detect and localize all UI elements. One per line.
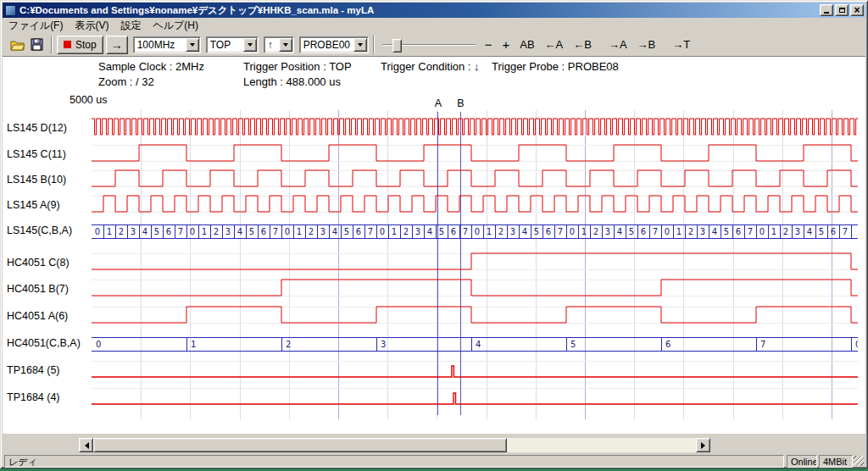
svg-text:4: 4 xyxy=(617,227,622,236)
title-bar[interactable]: C:¥Documents and Settings¥noname¥デスクトップ¥… xyxy=(3,3,865,18)
svg-text:7: 7 xyxy=(178,227,183,236)
horizontal-scrollbar[interactable] xyxy=(79,438,710,452)
dropdown-button[interactable] xyxy=(353,38,367,52)
svg-text:3: 3 xyxy=(131,227,136,236)
svg-text:7: 7 xyxy=(843,227,848,236)
svg-text:1: 1 xyxy=(107,227,112,236)
trigger-position-select[interactable]: TOP xyxy=(206,36,259,53)
menu-view[interactable]: 表示(V) xyxy=(69,18,114,34)
arrow-right-icon xyxy=(701,442,709,449)
svg-text:0: 0 xyxy=(285,227,290,236)
menu-file[interactable]: ファイル(F) xyxy=(3,18,69,34)
goto-a-right-button[interactable]: →A xyxy=(604,36,632,54)
svg-text:4: 4 xyxy=(476,340,481,349)
svg-text:6: 6 xyxy=(356,227,361,236)
close-button[interactable]: × xyxy=(850,4,864,16)
svg-text:5: 5 xyxy=(534,227,539,236)
svg-text:5: 5 xyxy=(629,227,634,236)
svg-text:6: 6 xyxy=(831,227,836,236)
zoom-slider[interactable] xyxy=(382,36,476,53)
maximize-button[interactable] xyxy=(835,4,849,16)
open-file-button[interactable] xyxy=(9,37,26,53)
svg-text:5: 5 xyxy=(439,227,444,236)
svg-text:3: 3 xyxy=(225,227,231,236)
svg-text:2: 2 xyxy=(783,227,788,236)
svg-text:5: 5 xyxy=(154,227,159,236)
dropdown-button[interactable] xyxy=(186,38,199,52)
arrow-left-icon xyxy=(81,442,89,449)
scrollbar-track[interactable] xyxy=(93,438,696,452)
trigger-edge-select[interactable]: ↑ xyxy=(264,36,294,53)
goto-b-right-button[interactable]: →B xyxy=(633,36,660,54)
waveform-plot[interactable]: 0123456701234567012345670123456701234567… xyxy=(92,110,858,419)
svg-text:7: 7 xyxy=(463,227,468,236)
status-memory: 4MBit xyxy=(819,455,853,468)
length-info: Length : 488.000 us xyxy=(243,75,341,88)
svg-text:2: 2 xyxy=(593,227,598,236)
scroll-right-button[interactable] xyxy=(696,438,710,452)
save-file-button[interactable] xyxy=(28,37,45,53)
svg-text:3: 3 xyxy=(795,227,800,236)
svg-text:3: 3 xyxy=(381,340,386,349)
chevron-down-icon xyxy=(190,43,195,49)
open-folder-icon xyxy=(10,39,25,51)
svg-text:7: 7 xyxy=(748,227,753,236)
svg-text:2: 2 xyxy=(214,227,219,236)
svg-text:1: 1 xyxy=(771,227,776,236)
svg-text:5: 5 xyxy=(249,227,254,236)
goto-trigger-button[interactable]: →T xyxy=(668,36,694,54)
svg-text:0: 0 xyxy=(475,227,480,236)
toolbar-separator xyxy=(51,36,53,54)
zoom-out-button[interactable]: − xyxy=(481,36,497,54)
svg-text:6: 6 xyxy=(665,340,670,349)
sample-rate-select[interactable]: 100MHz xyxy=(133,36,201,53)
app-window: C:¥Documents and Settings¥noname¥デスクトップ¥… xyxy=(0,0,868,468)
svg-text:0: 0 xyxy=(570,227,575,236)
svg-text:4: 4 xyxy=(142,227,147,236)
zoom-in-button[interactable]: + xyxy=(498,36,514,54)
trigger-probe-select[interactable]: PROBE00 xyxy=(299,36,369,53)
svg-text:6: 6 xyxy=(736,227,741,236)
goto-b-left-button[interactable]: ←B xyxy=(569,36,596,54)
dropdown-button[interactable] xyxy=(279,38,292,52)
resize-grip[interactable] xyxy=(854,456,864,466)
svg-text:7: 7 xyxy=(273,227,278,236)
svg-text:6: 6 xyxy=(451,227,456,236)
svg-text:1: 1 xyxy=(202,227,207,236)
run-button[interactable]: → xyxy=(106,36,128,54)
minimize-button[interactable] xyxy=(820,4,833,16)
svg-text:4: 4 xyxy=(807,227,812,236)
svg-text:0: 0 xyxy=(665,227,670,236)
svg-text:0: 0 xyxy=(96,340,101,349)
svg-text:4: 4 xyxy=(712,227,717,236)
stop-button[interactable]: Stop xyxy=(57,36,103,54)
status-online: Online xyxy=(787,455,817,468)
svg-text:2: 2 xyxy=(688,227,693,236)
menu-help[interactable]: ヘルプ(H) xyxy=(147,18,204,34)
svg-text:7: 7 xyxy=(760,340,765,349)
slider-thumb[interactable] xyxy=(392,39,402,53)
goto-a-left-button[interactable]: ←A xyxy=(541,36,568,54)
trigger-probe-info: Trigger Probe : PROBE08 xyxy=(492,60,619,73)
svg-text:0: 0 xyxy=(190,227,195,236)
trigger-probe-value: PROBE00 xyxy=(300,39,353,51)
menu-settings[interactable]: 設定 xyxy=(114,18,147,34)
svg-text:2: 2 xyxy=(403,227,409,236)
scrollbar-thumb[interactable] xyxy=(93,438,507,452)
svg-text:0: 0 xyxy=(380,227,385,236)
svg-text:6: 6 xyxy=(261,227,266,236)
scroll-left-button[interactable] xyxy=(79,438,93,452)
svg-text:1: 1 xyxy=(581,227,587,236)
svg-text:6: 6 xyxy=(641,227,646,236)
svg-text:1: 1 xyxy=(392,227,397,236)
svg-text:3: 3 xyxy=(415,227,420,236)
chevron-down-icon xyxy=(358,43,363,49)
dropdown-button[interactable] xyxy=(243,38,257,52)
ab-range-button[interactable]: AB xyxy=(515,36,538,54)
svg-text:7: 7 xyxy=(653,227,658,236)
svg-text:2: 2 xyxy=(498,227,504,236)
svg-text:6: 6 xyxy=(546,227,551,236)
trigger-condition-info: Trigger Condition : ↓ xyxy=(381,60,480,73)
close-icon: × xyxy=(854,6,860,14)
svg-text:2: 2 xyxy=(309,227,314,236)
